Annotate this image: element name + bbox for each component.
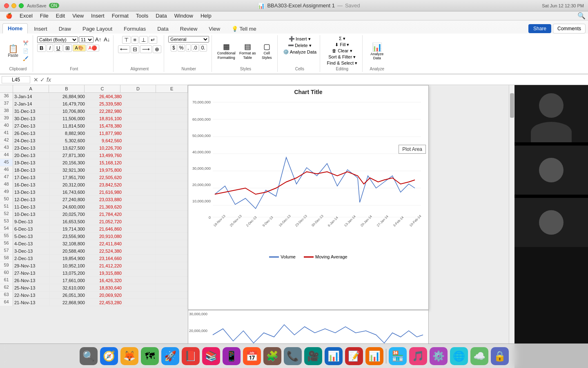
table-row[interactable]: 39 30-Dec-13 11,506,000 18,816,100 [0,115,188,122]
cell-date[interactable]: 2-Jan-14 [13,100,50,108]
insert-function-icon[interactable]: fx [47,76,51,83]
cell-volume[interactable]: 8,882,900 [50,130,87,137]
menu-help[interactable]: Help [197,12,215,19]
dock-launchpad[interactable]: 🚀 [161,347,179,365]
cell-date[interactable]: 2-Dec-13 [13,255,50,262]
cell-date[interactable]: 26-Nov-13 [13,277,50,284]
table-row[interactable]: 53 9-Dec-13 16,653,500 21,052,720 [0,218,188,225]
cell-date[interactable]: 30-Dec-13 [13,115,50,122]
cell-moving-avg[interactable]: 16,426,320 [87,277,123,284]
cell-moving-avg[interactable]: 13,499,760 [87,152,123,159]
format-as-table-button[interactable]: ▤ Format as Table [238,42,257,60]
cell-date[interactable]: 23-Dec-13 [13,144,50,152]
tab-draw[interactable]: Draw [53,24,76,34]
table-row[interactable]: 60 27-Nov-13 13,075,200 19,315,880 [0,269,188,277]
analyze-data-button[interactable]: 📊 Analyze Data [367,42,387,60]
table-row[interactable]: 56 4-Dec-13 32,108,800 22,411,840 [0,240,188,247]
cell-d[interactable] [123,108,156,115]
cell-date[interactable]: 13-Dec-13 [13,188,50,196]
menu-file[interactable]: File [37,12,52,19]
cell-moving-avg[interactable]: 25,339,580 [87,100,123,108]
cell-date[interactable]: 17-Dec-13 [13,174,50,181]
cell-d[interactable] [123,218,156,225]
tab-page-layout[interactable]: Page Layout [77,24,118,34]
dock-app1[interactable]: 📱 [223,347,241,365]
table-row[interactable]: 57 3-Dec-13 20,588,400 22,524,380 [0,247,188,255]
menu-tools[interactable]: Tools [133,12,151,19]
format-painter-button[interactable]: 🖌️ [21,55,30,62]
dock-maps[interactable]: 🗺 [141,347,159,365]
dock-excel[interactable]: 📊 [325,347,343,365]
cell-volume[interactable]: 22,868,900 [50,299,87,306]
table-row[interactable]: 49 13-Dec-13 16,743,600 21,616,980 [0,188,188,196]
dock-browser2[interactable]: 🌐 [450,347,468,365]
cell-date[interactable]: 19-Dec-13 [13,159,50,166]
dock-ebook[interactable]: 📚 [202,347,220,365]
menu-excel[interactable]: Excel [16,12,36,19]
cell-volume[interactable]: 32,108,800 [50,240,87,247]
col-header-b[interactable]: B [49,85,85,92]
cell-date[interactable]: 6-Dec-13 [13,225,50,233]
cell-d[interactable] [123,144,156,152]
cell-volume[interactable]: 16,743,600 [50,188,87,196]
dock-safari[interactable]: 🧭 [100,347,118,365]
cell-date[interactable]: 25-Nov-13 [13,284,50,292]
conditional-formatting-button[interactable]: ▦ Conditional Formatting [216,42,236,60]
cell-d[interactable] [123,255,156,262]
cell-d[interactable] [123,240,156,247]
cell-volume[interactable]: 24,600,000 [50,203,87,211]
increase-font-button[interactable]: A↑ [94,36,102,43]
cell-volume[interactable]: 10,706,800 [50,108,87,115]
cell-moving-avg[interactable]: 21,784,420 [87,211,123,218]
cell-volume[interactable]: 5,302,600 [50,137,87,144]
cell-d[interactable] [123,93,156,100]
table-row[interactable]: 50 12-Dec-13 27,240,800 23,033,880 [0,196,188,203]
cell-volume[interactable]: 26,051,300 [50,292,87,299]
tab-formulas[interactable]: Formulas [118,24,151,34]
cell-d[interactable] [123,166,156,174]
cell-date[interactable]: 27-Dec-13 [13,122,50,130]
cell-moving-avg[interactable]: 21,646,860 [87,225,123,233]
increase-decimal-button[interactable]: .0 [192,44,199,52]
font-color-button[interactable]: A🔴 [87,45,99,52]
table-row[interactable]: 46 18-Dec-13 32,921,300 19,975,800 [0,166,188,174]
cell-moving-avg[interactable]: 21,412,220 [87,262,123,269]
dock-facetime[interactable]: 📞 [284,347,302,365]
col-header-a[interactable]: A [13,85,49,92]
bold-button[interactable]: B [37,44,46,52]
dock-vpn[interactable]: 🔒 [491,347,509,365]
cell-moving-avg[interactable]: 20,069,920 [87,292,123,299]
underline-button[interactable]: U [54,44,62,52]
cell-reference-box[interactable] [2,76,30,83]
cell-moving-avg[interactable]: 22,282,980 [87,108,123,115]
align-middle-button[interactable]: ≡ [131,36,139,44]
cell-volume[interactable]: 16,653,500 [50,218,87,225]
tab-tell-me[interactable]: 💡 Tell me [226,24,262,34]
cell-date[interactable]: 4-Dec-13 [13,240,50,247]
align-top-button[interactable]: ⊤ [122,36,131,44]
align-bottom-button[interactable]: ⊥ [139,36,148,44]
cell-moving-avg[interactable]: 19,315,880 [87,269,123,277]
cell-volume[interactable]: 10,952,100 [50,262,87,269]
table-row[interactable]: 47 17-Dec-13 17,951,700 22,505,620 [0,174,188,181]
cell-date[interactable]: 24-Dec-13 [13,137,50,144]
cell-d[interactable] [123,233,156,240]
share-button[interactable]: Share [528,24,551,33]
cell-volume[interactable]: 32,610,000 [50,284,87,292]
col-header-e[interactable]: E [156,85,188,92]
cancel-formula-icon[interactable]: ✕ [33,76,38,83]
menu-insert[interactable]: Insert [88,12,108,19]
cell-moving-avg[interactable]: 15,168,120 [87,159,123,166]
table-row[interactable]: 55 5-Dec-13 23,556,900 20,910,080 [0,233,188,240]
fill-button[interactable]: ⬇ Fill ▾ [335,42,349,47]
cell-date[interactable]: 16-Dec-13 [13,181,50,188]
dock-app2[interactable]: 🧩 [263,347,281,365]
table-row[interactable]: 45 19-Dec-13 20,156,300 15,168,120 [0,159,188,166]
cell-moving-avg[interactable]: 18,816,100 [87,115,123,122]
dock-icloud[interactable]: ☁️ [470,347,488,365]
delete-cells-button[interactable]: ➖ Delete ▾ [288,43,312,48]
table-row[interactable]: 64 21-Nov-13 22,868,900 22,453,280 [0,299,188,306]
scrollbar-thumb[interactable] [510,93,514,118]
cell-date[interactable]: 10-Dec-13 [13,211,50,218]
table-row[interactable]: 36 3-Jan-14 26,884,900 26,404,380 [0,93,188,100]
